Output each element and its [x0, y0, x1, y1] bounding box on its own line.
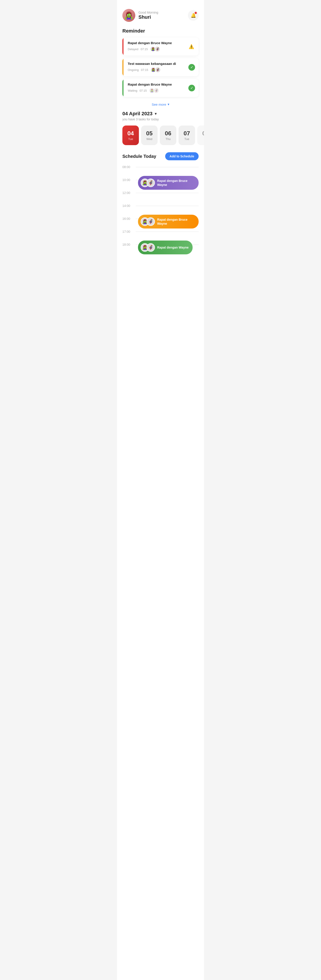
see-more-label: See more [152, 103, 166, 107]
reminder-meta-2: Ongoing 07:15 🧟‍♀️ 🦸 [128, 67, 188, 73]
reminder-title-2: Test wawasan kebangasaan di [128, 62, 188, 65]
cal-day-name-07: Tue [184, 137, 189, 141]
mini-avatar-2b: 🦸 [155, 67, 161, 73]
time-label-1700: 17:00 [122, 229, 133, 234]
event-avatars-1800: 🧟‍♀️ 🦸 [141, 243, 155, 252]
schedule-event-1000[interactable]: 🧟‍♀️ 🦸 Rapat dengan Bruce Wayne [138, 176, 199, 190]
reminder-section: Reminder Rapat dengan Bruce Wayne Delaye… [117, 28, 204, 97]
event-avatar-2b: 🦸 [146, 217, 155, 226]
user-info: Good Morning Shuri [138, 11, 158, 20]
reminder-status-2: Ongoing [128, 68, 139, 72]
reminder-card-delayed[interactable]: Rapat dengan Bruce Wayne Delayed 07:15 🧟… [122, 37, 199, 56]
see-more-button[interactable]: See more ▾ [117, 100, 204, 111]
time-row-1600: 16:00 🧟‍♀️ 🦸 Rapat dengan Bruce Wayne [122, 216, 199, 221]
time-label-1000: 10:00 [122, 178, 133, 182]
reminder-meta-3: Waiting 07:15 🧟‍♀️ 🦸 [128, 88, 188, 94]
event-avatar-3b: 🦸 [146, 243, 155, 252]
time-row-0800: 08:00 [122, 165, 199, 169]
date-label: 04 April 2023 [122, 111, 153, 116]
time-row-1000: 10:00 🧟‍♀️ 🦸 Rapat dengan Bruce Wayne [122, 178, 199, 182]
event-name-1800: Rapat dengan Wayne [157, 245, 189, 250]
time-row-1700: 17:00 [122, 229, 199, 234]
reminder-info-2: Test wawasan kebangasaan di Ongoing 07:1… [127, 62, 188, 73]
time-row-1200: 12:00 [122, 191, 199, 195]
cal-day-num-04: 04 [127, 130, 134, 137]
event-name-1000: Rapat dengan Bruce Wayne [157, 179, 195, 187]
event-name-1600: Rapat dengan Bruce Wayne [157, 218, 195, 226]
cal-day-num-08: 08 [202, 130, 204, 137]
cal-day-num-05: 05 [146, 130, 153, 137]
schedule-header: Schedule Today Add to Schedule [117, 152, 204, 160]
reminder-status-3: Waiting [128, 89, 137, 92]
reminder-time-1: 07:15 [141, 48, 148, 51]
reminder-card-ongoing[interactable]: Test wawasan kebangasaan di Ongoing 07:1… [122, 58, 199, 76]
date-section: 04 April 2023 ▾ you have 3 tasks for tod… [117, 111, 204, 121]
reminder-meta-1: Delayed 07:15 🧟‍♀️ 🦸 [128, 46, 188, 52]
event-avatars-1600: 🧟‍♀️ 🦸 [141, 217, 155, 226]
mini-avatar-3b: 🦸 [153, 88, 159, 94]
event-avatar-1b: 🦸 [146, 178, 155, 187]
time-label-1400: 14:00 [122, 204, 133, 208]
time-label-0800: 08:00 [122, 165, 133, 169]
header: 🧟‍♀️ Good Morning Shuri 🔔 [117, 0, 204, 26]
cal-day-04[interactable]: 04 Tue [122, 126, 139, 145]
timeline: 08:00 10:00 🧟‍♀️ 🦸 Rapat dengan Bruce Wa… [117, 165, 204, 247]
time-label-1800: 18:00 [122, 242, 133, 247]
notification-dot [195, 12, 197, 14]
header-left: 🧟‍♀️ Good Morning Shuri [122, 9, 158, 22]
calendar-strip: 04 Tue 05 Wed 06 Thu 07 Tue 08 T [117, 126, 204, 145]
chevron-down-icon: ▾ [168, 102, 169, 107]
reminder-check-icon-2: ✓ [188, 64, 195, 71]
reminder-warning-icon: ⚠️ [188, 43, 195, 50]
greeting-text: Good Morning [138, 11, 158, 14]
reminder-title-1: Rapat dengan Bruce Wayne [128, 41, 188, 45]
time-row-1400: 14:00 [122, 204, 199, 208]
date-header: 04 April 2023 ▾ [122, 111, 199, 116]
reminder-time-3: 07:15 [140, 89, 147, 92]
notification-button[interactable]: 🔔 [188, 10, 199, 21]
time-label-1200: 12:00 [122, 191, 133, 195]
reminder-card-waiting[interactable]: Rapat dengan Bruce Wayne Waiting 07:15 🧟… [122, 79, 199, 97]
user-name: Shuri [138, 14, 158, 20]
time-label-1600: 16:00 [122, 216, 133, 221]
reminder-title-3: Rapat dengan Bruce Wayne [128, 83, 188, 86]
avatar: 🧟‍♀️ [122, 9, 135, 22]
reminder-check-icon-3: ✓ [188, 85, 195, 91]
schedule-event-1800[interactable]: 🧟‍♀️ 🦸 Rapat dengan Wayne [138, 240, 192, 255]
reminder-info-1: Rapat dengan Bruce Wayne Delayed 07:15 🧟… [127, 41, 188, 52]
date-tasks: you have 3 tasks for today [122, 118, 199, 121]
cal-day-name-04: Tue [128, 137, 133, 141]
time-row-1800: 18:00 🧟‍♀️ 🦸 Rapat dengan Wayne [122, 242, 199, 247]
reminder-time-2: 07:15 [141, 68, 148, 72]
reminder-title: Reminder [122, 28, 199, 34]
reminder-avatars-3: 🧟‍♀️ 🦸 [149, 88, 159, 94]
cal-day-08[interactable]: 08 T [197, 126, 204, 145]
cal-day-06[interactable]: 06 Thu [160, 126, 176, 145]
add-schedule-button[interactable]: Add to Schedule [165, 152, 199, 160]
cal-day-07[interactable]: 07 Tue [178, 126, 195, 145]
chevron-down-date-icon[interactable]: ▾ [155, 111, 157, 116]
mini-avatar-1b: 🦸 [154, 46, 160, 52]
schedule-title: Schedule Today [122, 154, 156, 159]
cal-day-num-06: 06 [165, 130, 172, 137]
reminder-avatars-1: 🧟‍♀️ 🦸 [150, 46, 160, 52]
schedule-event-1600[interactable]: 🧟‍♀️ 🦸 Rapat dengan Bruce Wayne [138, 215, 199, 229]
reminder-status-1: Delayed [128, 48, 138, 51]
cal-day-name-05: Wed [146, 137, 153, 141]
reminder-avatars-2: 🧟‍♀️ 🦸 [151, 67, 161, 73]
cal-day-05[interactable]: 05 Wed [141, 126, 157, 145]
cal-day-num-07: 07 [184, 130, 190, 137]
event-avatars-1000: 🧟‍♀️ 🦸 [141, 178, 155, 187]
cal-day-name-06: Thu [165, 137, 170, 141]
reminder-info-3: Rapat dengan Bruce Wayne Waiting 07:15 🧟… [127, 83, 188, 94]
